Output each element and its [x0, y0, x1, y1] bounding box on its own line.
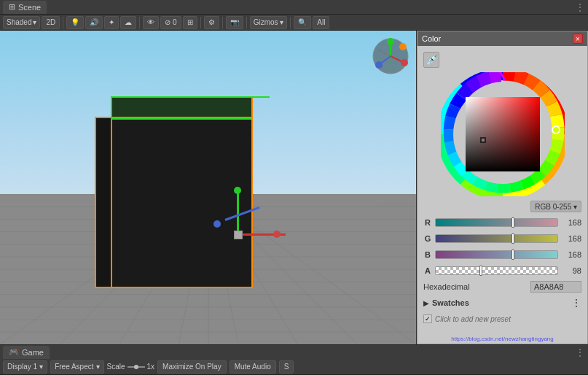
bottom-section: 🎮 Game ⋮ Display 1 ▾ Free Aspect ▾ Scale…: [0, 344, 588, 375]
svg-point-31: [399, 43, 407, 50]
scale-value: 1x: [147, 363, 155, 371]
swatches-arrow-icon: ▶: [423, 299, 429, 307]
scene-tab-icon: ⊞: [9, 2, 15, 12]
green-edge: [112, 118, 251, 120]
all-btn[interactable]: All: [313, 16, 329, 29]
nav-gizmo[interactable]: [371, 36, 411, 77]
y-handle: [234, 187, 241, 194]
a-slider-track[interactable]: [435, 266, 558, 275]
2d-button[interactable]: 2D: [42, 16, 60, 29]
a-slider-thumb[interactable]: [479, 266, 482, 276]
wheel-cursor: [552, 125, 560, 134]
search-btn[interactable]: 🔍: [294, 16, 311, 29]
b-slider-track[interactable]: [435, 250, 558, 259]
scene-tab-bar: ⊞ Scene ⋮: [0, 0, 588, 15]
swatches-header: ▶ Swatches ⋮: [423, 297, 581, 309]
scale-slider[interactable]: [128, 363, 145, 371]
color-square-cursor: [480, 137, 486, 143]
scene-tab-label: Scene: [18, 3, 41, 12]
svg-point-28: [387, 38, 394, 45]
eyedropper-button[interactable]: 💉: [423, 52, 439, 68]
a-value: 98: [561, 266, 581, 275]
color-mode-row: RGB 0-255 ▾: [423, 201, 581, 212]
green-top-edge2: [111, 96, 270, 98]
game-tab-label: Game: [22, 348, 44, 357]
skybox-btn[interactable]: ☁: [120, 16, 136, 29]
g-slider-row: G 168: [423, 233, 581, 244]
display-label: Display 1: [7, 363, 37, 371]
color-panel-body: 💉: [418, 46, 587, 334]
b-slider-thumb[interactable]: [511, 250, 514, 260]
display-arrow: ▾: [39, 363, 43, 371]
camera-icon-btn[interactable]: 👁: [143, 16, 159, 29]
aspect-dropdown[interactable]: Free Aspect ▾: [50, 360, 103, 374]
r-value: 168: [561, 218, 581, 227]
light-icon-btn[interactable]: 💡: [66, 16, 84, 29]
g-slider-thumb[interactable]: [511, 233, 514, 244]
color-square-container[interactable]: [466, 97, 540, 171]
color-wheel-wrapper[interactable]: [441, 72, 565, 196]
r-slider-thumb[interactable]: [511, 217, 514, 228]
transform-gizmo: [208, 191, 281, 264]
hex-label: Hexadecimal: [423, 282, 528, 291]
game-tab[interactable]: 🎮 Game: [3, 346, 50, 359]
mute-audio-button[interactable]: Mute Audio: [230, 360, 276, 374]
color-panel-close-button[interactable]: ×: [573, 34, 583, 44]
layers-btn[interactable]: ⊘ 0: [160, 16, 181, 29]
g-slider-track[interactable]: [435, 234, 558, 243]
sep1: [63, 17, 63, 28]
gizmos-label: Gizmos ▾: [254, 18, 284, 26]
effects-icon-btn[interactable]: ✦: [104, 16, 119, 29]
audio-icon-btn[interactable]: 🔊: [85, 16, 103, 29]
color-mode-dropdown[interactable]: RGB 0-255 ▾: [530, 201, 581, 212]
gizmo-center: [234, 231, 243, 239]
viewport-right-border: [416, 31, 417, 344]
maximize-on-play-button[interactable]: Maximize On Play: [157, 360, 227, 374]
game-toolbar: Display 1 ▾ Free Aspect ▾ Scale 1x Maxim…: [0, 359, 588, 375]
eyedropper-row: 💉: [423, 52, 581, 68]
grid-btn[interactable]: ⊞: [183, 16, 197, 29]
color-mode-label: RGB 0-255 ▾: [535, 203, 577, 211]
color-wheel-area[interactable]: [423, 72, 581, 196]
display-dropdown[interactable]: Display 1 ▾: [3, 360, 47, 374]
r-label: R: [423, 218, 432, 227]
swatches-label: Swatches: [432, 298, 568, 307]
scene-viewport[interactable]: ◁ Persp: [0, 31, 417, 344]
checkbox-icon: ✓: [425, 315, 431, 322]
persp-label: ◁ Persp: [382, 198, 411, 208]
game-tab-menu[interactable]: ⋮: [575, 347, 585, 358]
scene-toolbar: Shaded ▾ 2D 💡 🔊 ✦ ☁ 👁 ⊘ 0 ⊞ ⚙ 📷 Gizmos ▾…: [0, 15, 588, 31]
shaded-label: Shaded: [7, 18, 31, 26]
color-panel-title: Color: [422, 34, 441, 43]
color-square-black: [466, 97, 540, 171]
r-slider-track[interactable]: [435, 218, 558, 227]
camera-btn[interactable]: 📷: [226, 16, 243, 29]
stats-button[interactable]: S: [279, 360, 294, 374]
g-label: G: [423, 234, 432, 243]
a-slider-row: A 98: [423, 265, 581, 277]
scene-tab-menu[interactable]: ⋮: [575, 1, 585, 13]
settings-icon-btn[interactable]: ⚙: [204, 16, 219, 29]
shaded-dropdown[interactable]: Shaded ▾: [3, 16, 40, 29]
gizmos-dropdown[interactable]: Gizmos ▾: [250, 16, 288, 29]
eyedropper-icon: 💉: [426, 54, 438, 66]
swatches-add-row: ✓ Click to add new preset: [423, 313, 581, 325]
z-axis: [224, 206, 259, 221]
g-value: 168: [561, 234, 581, 243]
green-left-edge: [111, 96, 112, 122]
swatches-menu-button[interactable]: ⋮: [571, 297, 581, 309]
aspect-label: Free Aspect: [55, 363, 93, 371]
r-slider-row: R 168: [423, 217, 581, 228]
add-swatch-text[interactable]: Click to add new preset: [435, 315, 511, 323]
scale-control: Scale 1x: [107, 363, 155, 371]
game-tab-icon: 🎮: [9, 347, 19, 357]
game-tab-bar: 🎮 Game ⋮: [0, 344, 588, 359]
b-label: B: [423, 250, 432, 259]
aspect-arrow: ▾: [96, 363, 100, 371]
main-area: ◁ Persp Color × 💉: [0, 31, 588, 344]
color-panel: Color × 💉: [417, 31, 588, 344]
hex-input[interactable]: [530, 281, 581, 293]
swatches-checkbox[interactable]: ✓: [423, 314, 432, 323]
scene-tab[interactable]: ⊞ Scene: [3, 1, 47, 14]
shaded-arrow: ▾: [33, 18, 36, 26]
